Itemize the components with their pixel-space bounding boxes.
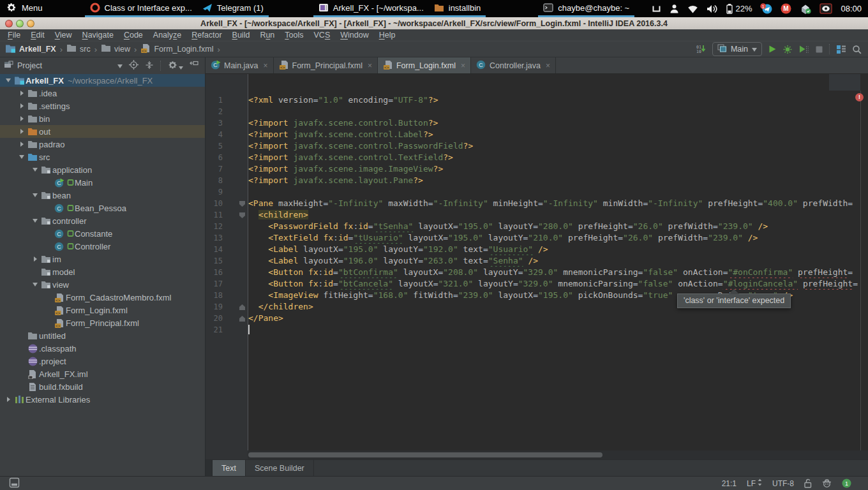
- tree-item-Bean_Pessoa[interactable]: CBean_Pessoa: [0, 202, 205, 214]
- breadcrumb-item-Arkell_FX[interactable]: Arkell_FX: [5, 44, 56, 55]
- battery-indicator[interactable]: 22%: [726, 4, 752, 14]
- code-line-1[interactable]: 1<?xml version="1.0" encoding="UTF-8"?>: [206, 94, 868, 106]
- breadcrumb-item-src[interactable]: src: [66, 44, 91, 54]
- menu-item-tools[interactable]: Tools: [280, 31, 308, 40]
- breadcrumb-item-Form_Login.fxml[interactable]: <>Form_Login.fxml: [140, 43, 213, 55]
- tree-item-im[interactable]: im: [0, 253, 205, 265]
- code-line-4[interactable]: 4<?import javafx.scene.control.Label?>: [206, 129, 868, 140]
- system-menu-button[interactable]: Menu: [0, 0, 48, 17]
- tree-item-Form_CadastroMembro.fxml[interactable]: <>Form_CadastroMembro.fxml: [0, 291, 205, 304]
- tree-expand-arrow-icon[interactable]: [4, 397, 13, 402]
- fold-gutter[interactable]: [223, 209, 248, 221]
- breadcrumb-item-view[interactable]: view: [101, 44, 130, 54]
- view-tab-scene-builder[interactable]: Scene Builder: [246, 460, 314, 476]
- menu-item-code[interactable]: Code: [119, 31, 148, 40]
- code-line-20[interactable]: 20</Pane>: [206, 313, 868, 324]
- tool-windows-button[interactable]: [836, 45, 846, 54]
- tree-item-view[interactable]: view: [0, 278, 205, 291]
- fold-marker-icon[interactable]: [239, 304, 245, 310]
- tree-item-src[interactable]: src: [0, 151, 205, 163]
- tree-collapse-arrow-icon[interactable]: [31, 283, 40, 286]
- caret-position-widget[interactable]: 21:1: [722, 479, 737, 488]
- tree-collapse-arrow-icon[interactable]: [31, 168, 40, 172]
- tree-item-.project[interactable]: .project: [0, 355, 205, 368]
- tree-collapse-arrow-icon[interactable]: [17, 155, 26, 159]
- menu-item-vcs[interactable]: VCS: [309, 31, 336, 40]
- gmail-tray-icon[interactable]: M: [781, 3, 791, 14]
- tree-item-build.fxbuild[interactable]: build.fxbuild: [0, 380, 205, 393]
- fold-marker-icon[interactable]: [239, 212, 245, 218]
- code-line-7[interactable]: 7<?import javafx.scene.image.ImageView?>: [206, 163, 868, 175]
- run-profiler-button[interactable]: [798, 45, 809, 54]
- tree-collapse-arrow-icon[interactable]: [31, 193, 40, 197]
- tree-item-out[interactable]: out: [0, 125, 205, 138]
- editor-tab-Form_Principal.fxml[interactable]: <>Form_Principal.fxml×: [274, 57, 378, 73]
- tree-item-Arkell_FX.iml[interactable]: Arkell_FX.iml: [0, 368, 205, 380]
- tree-item-External Libraries[interactable]: External Libraries: [0, 393, 205, 406]
- chevron-down-icon[interactable]: [117, 61, 123, 70]
- view-tab-text[interactable]: Text: [213, 460, 246, 476]
- tree-item-untitled[interactable]: untitled: [0, 329, 205, 342]
- tree-item-Form_Principal.fxml[interactable]: <>Form_Principal.fxml: [0, 316, 205, 329]
- menu-item-build[interactable]: Build: [227, 31, 255, 40]
- tree-item-Constante[interactable]: CConstante: [0, 227, 205, 240]
- tree-expand-arrow-icon[interactable]: [17, 129, 26, 134]
- editor-tab-Form_Login.fxml[interactable]: <>Form_Login.fxml×: [378, 57, 471, 73]
- eye-tray-icon[interactable]: [819, 3, 832, 14]
- tree-expand-arrow-icon[interactable]: [17, 91, 26, 96]
- notification-badge[interactable]: 1: [842, 479, 851, 488]
- code-line-11[interactable]: 11 <children>: [206, 209, 868, 221]
- taskbar-window-4[interactable]: installbin: [429, 0, 486, 17]
- error-indicator-icon[interactable]: !: [855, 93, 864, 101]
- menu-item-file[interactable]: File: [3, 31, 26, 40]
- code-line-2[interactable]: 2: [206, 106, 868, 117]
- tree-collapse-arrow-icon[interactable]: [31, 219, 40, 223]
- code-line-17[interactable]: 17 <Button fx:id="btCancela" layoutX="32…: [206, 278, 868, 290]
- code-line-21[interactable]: 21: [206, 324, 868, 336]
- run-configuration-selector[interactable]: Main: [712, 42, 762, 56]
- horizontal-scrollbar[interactable]: [206, 450, 868, 459]
- fold-marker-icon[interactable]: [239, 316, 245, 322]
- taskbar-window-2[interactable]: Telegram (1): [197, 0, 269, 17]
- editor-tab-Controller.java[interactable]: CController.java×: [471, 57, 556, 73]
- code-line-15[interactable]: 15 <Label layoutX="196.0" layoutY="263.0…: [206, 255, 868, 267]
- fold-gutter[interactable]: [223, 313, 248, 324]
- tree-item-.classpath[interactable]: .classpath: [0, 342, 205, 355]
- tree-item-controller[interactable]: controller: [0, 214, 205, 227]
- menu-item-analyze[interactable]: Analyze: [148, 31, 186, 40]
- menu-item-window[interactable]: Window: [335, 31, 373, 40]
- taskbar-window-3[interactable]: Arkell_FX - [~/workspa...: [313, 0, 429, 17]
- taskbar-window-1[interactable]: Class or Interface exp...: [85, 0, 197, 17]
- code-line-5[interactable]: 5<?import javafx.scene.control.PasswordF…: [206, 140, 868, 152]
- settings-gear-button[interactable]: [168, 61, 183, 71]
- tree-item-Controller[interactable]: CController: [0, 240, 205, 253]
- tree-collapse-arrow-icon[interactable]: [4, 78, 13, 82]
- code-line-9[interactable]: 9: [206, 186, 868, 198]
- code-line-3[interactable]: 3<?import javafx.scene.control.Button?>: [206, 117, 868, 129]
- toolwindow-switcher-icon[interactable]: [9, 477, 20, 490]
- stop-button[interactable]: [815, 45, 823, 54]
- wifi-icon[interactable]: [687, 4, 698, 13]
- fold-gutter[interactable]: [223, 301, 248, 313]
- code-line-12[interactable]: 12 <PasswordField fx:id="tSenha" layoutX…: [206, 221, 868, 232]
- close-tab-icon[interactable]: ×: [546, 61, 550, 70]
- clock[interactable]: 08:00: [841, 4, 862, 13]
- code-line-14[interactable]: 14 <Label layoutX="195.0" layoutY="192.0…: [206, 244, 868, 255]
- lock-icon[interactable]: [804, 479, 812, 488]
- search-everywhere-button[interactable]: [852, 45, 862, 54]
- volume-icon[interactable]: [707, 4, 718, 13]
- window-restore-icon[interactable]: [652, 4, 661, 13]
- tree-item-Main[interactable]: CMain: [0, 176, 205, 189]
- tree-item-padrao[interactable]: padrao: [0, 138, 205, 151]
- tree-item-application[interactable]: application: [0, 163, 205, 176]
- tree-item-.settings[interactable]: .settings: [0, 100, 205, 112]
- close-tab-icon[interactable]: ×: [368, 61, 372, 70]
- tree-expand-arrow-icon[interactable]: [31, 256, 40, 262]
- menu-item-refactor[interactable]: Refactor: [186, 31, 227, 40]
- hector-inspections-icon[interactable]: [822, 479, 832, 488]
- menu-item-help[interactable]: Help: [374, 31, 401, 40]
- fold-gutter[interactable]: [223, 198, 248, 209]
- dropbox-tray-icon[interactable]: [800, 4, 811, 14]
- user-icon[interactable]: [670, 4, 679, 13]
- tree-expand-arrow-icon[interactable]: [17, 116, 26, 121]
